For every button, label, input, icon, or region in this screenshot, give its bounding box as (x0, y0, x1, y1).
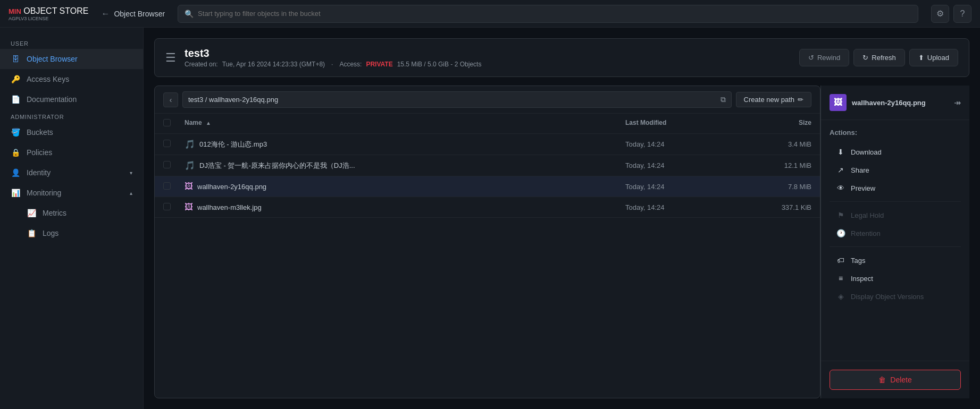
legal-hold-action: ⚑ Legal Hold (830, 206, 961, 224)
rewind-icon: ↺ (808, 54, 814, 62)
sidebar-item-label: Logs (43, 229, 58, 237)
selected-file-type-icon: 🖼 (830, 94, 847, 111)
new-path-label: Create new path (744, 96, 794, 104)
sidebar: User 🗄 Object Browser 🔑 Access Keys 📄 Do… (0, 28, 144, 409)
selected-file-name-text: wallhaven-2y16qq.png (852, 99, 926, 107)
table-row[interactable]: 🖼 wallhaven-2y16qq.png Today, 14:24 7.8 … (155, 176, 820, 197)
search-icon: 🔍 (185, 10, 194, 18)
refresh-label: Refresh (872, 54, 896, 62)
versions-icon: ◈ (836, 292, 845, 301)
file-modified-date: Today, 14:24 (625, 161, 732, 169)
breadcrumb-title: Object Browser (114, 10, 165, 18)
settings-button[interactable]: ⚙ (931, 5, 949, 23)
file-modified-date: Today, 14:24 (625, 203, 732, 211)
preview-label: Preview (851, 184, 875, 192)
table-row[interactable]: 🖼 wallhaven-m3llek.jpg Today, 14:24 337.… (155, 197, 820, 218)
help-button[interactable]: ? (953, 5, 971, 23)
row-checkbox[interactable] (163, 182, 185, 191)
upload-button[interactable]: ⬆ Upload (909, 49, 958, 66)
row-checkbox[interactable] (163, 203, 185, 212)
created-date: Tue, Apr 16 2024 14:23:33 (GMT+8) (222, 61, 325, 68)
row-checkbox[interactable] (163, 161, 185, 170)
name-column-header: Name ▲ (185, 119, 625, 128)
delete-button[interactable]: 🗑 Delete (830, 370, 961, 390)
logo-mini: MIN (9, 7, 21, 15)
file-size: 3.4 MiB (732, 140, 811, 148)
size-column-header: Size (732, 119, 811, 128)
delete-btn-area: 🗑 Delete (821, 361, 969, 398)
refresh-button[interactable]: ↻ Refresh (853, 49, 905, 66)
file-name: 🎵 012海伦 - 游山恋.mp3 (185, 139, 625, 149)
logo-license: AGPLV3 LICENSE (9, 16, 88, 21)
sidebar-item-logs[interactable]: 📋 Logs (0, 223, 143, 243)
file-browser-container: ‹ test3 / wallhaven-2y16qq.png ⧉ Create … (154, 86, 820, 398)
inspect-icon: ≡ (836, 274, 845, 283)
download-action[interactable]: ⬇ Download (830, 143, 961, 161)
table-row[interactable]: 🎵 DJ浩宝 - 贺一航-原来占据你内心的不是我（DJ浩... Today, 1… (155, 155, 820, 176)
content-with-panel: ‹ test3 / wallhaven-2y16qq.png ⧉ Create … (154, 86, 969, 398)
app-logo: MIN OBJECT STORE AGPLV3 LICENSE (9, 6, 88, 21)
file-browser: ‹ test3 / wallhaven-2y16qq.png ⧉ Create … (154, 86, 820, 398)
select-all-checkbox[interactable] (163, 119, 185, 128)
file-size: 337.1 KiB (732, 203, 811, 211)
upload-label: Upload (927, 54, 949, 62)
file-name: 🖼 wallhaven-m3llek.jpg (185, 202, 625, 212)
back-arrow-icon[interactable]: ← (101, 9, 110, 19)
breadcrumb: ← Object Browser (101, 9, 165, 19)
policies-icon: 🔒 (11, 148, 20, 157)
tags-action[interactable]: 🏷 Tags (830, 251, 961, 269)
sort-icon: ▲ (206, 120, 211, 126)
table-header: Name ▲ Last Modified Size (155, 114, 820, 134)
download-label: Download (851, 148, 882, 156)
bucket-name: test3 (185, 47, 791, 59)
action-divider-2 (830, 246, 961, 247)
created-label: Created on: (185, 61, 218, 68)
sidebar-item-buckets[interactable]: 🪣 Buckets (0, 122, 143, 142)
search-input[interactable] (198, 10, 911, 18)
versions-label: Display Object Versions (851, 293, 924, 301)
copy-path-button[interactable]: ⧉ (721, 95, 726, 104)
sidebar-item-identity[interactable]: 👤 Identity ▾ (0, 163, 143, 183)
sidebar-item-label: Object Browser (27, 55, 78, 63)
preview-action[interactable]: 👁 Preview (830, 179, 961, 197)
sidebar-item-monitoring[interactable]: 📊 Monitoring ▴ (0, 183, 143, 203)
sidebar-item-policies[interactable]: 🔒 Policies (0, 142, 143, 163)
chevron-up-icon: ▴ (130, 190, 132, 196)
sidebar-item-metrics[interactable]: 📈 Metrics (0, 203, 143, 223)
chevron-down-icon: ▾ (130, 170, 132, 176)
legal-hold-icon: ⚑ (836, 211, 845, 219)
user-section-label: User (0, 36, 143, 49)
content-area: ☰ test3 Created on: Tue, Apr 16 2024 14:… (144, 28, 980, 409)
mp3-file-icon: 🎵 (185, 160, 195, 171)
actions-label: Actions: (830, 129, 961, 137)
file-name: 🖼 wallhaven-2y16qq.png (185, 182, 625, 191)
right-panel-header: 🖼 wallhaven-2y16qq.png ↠ (821, 86, 969, 120)
refresh-icon: ↻ (862, 54, 868, 62)
table-row[interactable]: 🎵 012海伦 - 游山恋.mp3 Today, 14:24 3.4 MiB (155, 134, 820, 155)
sidebar-item-access-keys[interactable]: 🔑 Access Keys (0, 69, 143, 89)
action-divider (830, 201, 961, 202)
mp3-file-icon: 🎵 (185, 139, 195, 149)
panel-collapse-button[interactable]: ↠ (954, 98, 961, 108)
rewind-button[interactable]: ↺ Rewind (799, 49, 849, 66)
sidebar-item-object-browser[interactable]: 🗄 Object Browser (0, 49, 143, 69)
bucket-usage: 15.5 MiB / 5.0 GiB - 2 Objects (397, 61, 482, 68)
metrics-icon: 📈 (27, 208, 36, 218)
delete-label: Delete (890, 376, 911, 384)
share-action[interactable]: ↗ Share (830, 161, 961, 179)
inspect-action[interactable]: ≡ Inspect (830, 269, 961, 287)
path-back-button[interactable]: ‹ (163, 92, 178, 107)
selected-file-info: 🖼 wallhaven-2y16qq.png (830, 94, 926, 111)
current-path: test3 / wallhaven-2y16qq.png (188, 96, 278, 104)
sidebar-item-label: Identity (27, 168, 51, 177)
edit-icon: ✏ (798, 96, 803, 104)
share-label: Share (851, 166, 869, 174)
create-new-path-button[interactable]: Create new path ✏ (736, 92, 811, 107)
object-browser-icon: 🗄 (11, 54, 20, 64)
search-bar[interactable]: 🔍 (178, 5, 918, 23)
row-checkbox[interactable] (163, 140, 185, 149)
sidebar-item-documentation[interactable]: 📄 Documentation (0, 89, 143, 109)
bucket-info: test3 Created on: Tue, Apr 16 2024 14:23… (185, 47, 791, 68)
file-name-text: wallhaven-m3llek.jpg (197, 203, 262, 211)
file-table: Name ▲ Last Modified Size 🎵 012海伦 - 游山 (155, 114, 820, 398)
